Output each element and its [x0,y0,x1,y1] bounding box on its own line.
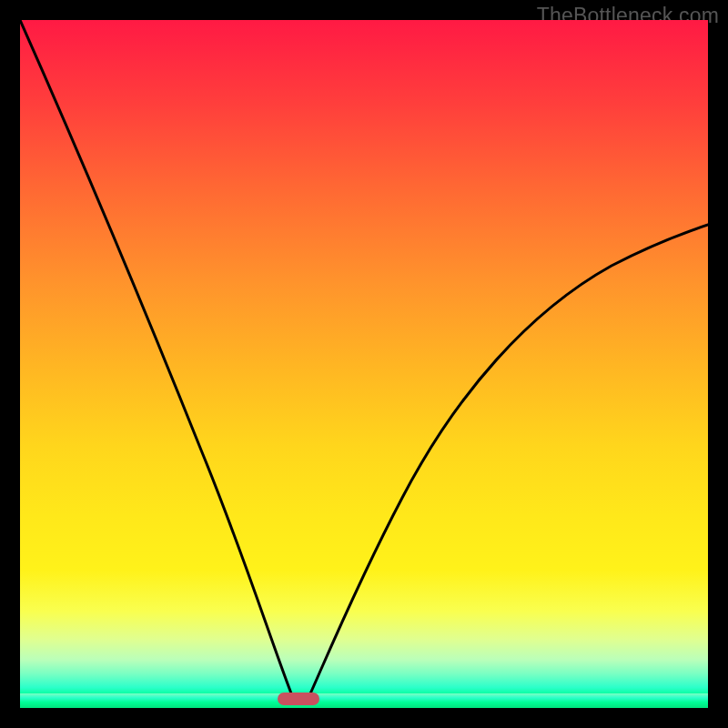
plot-area [20,20,708,708]
bottleneck-curve [20,20,708,700]
min-marker [278,693,319,705]
chart-frame: TheBottleneck.com [0,0,728,728]
curve-svg [20,20,708,708]
